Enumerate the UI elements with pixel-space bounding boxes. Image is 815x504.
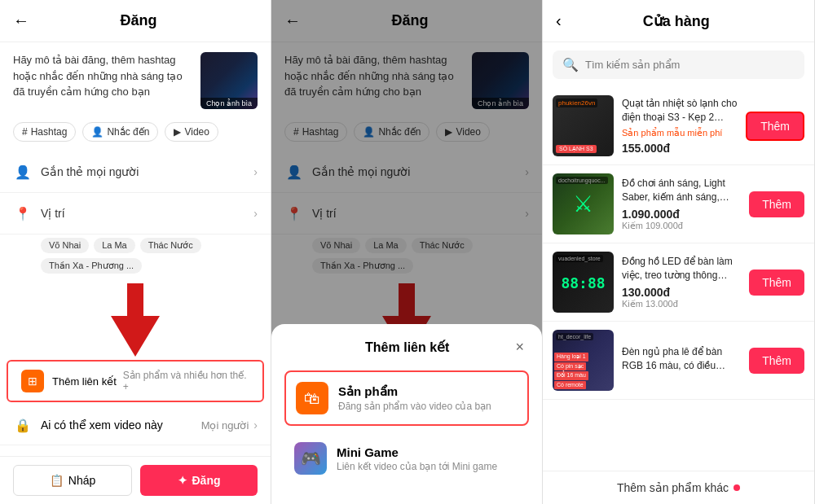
- back-button-1[interactable]: ←: [13, 11, 29, 30]
- svg-marker-0: [111, 283, 160, 357]
- modal-minigame-desc: Liên kết video của bạn tới Mini game: [337, 461, 519, 472]
- product-item-2: dochoitrungquoc... ⚔ Đồ chơi ánh sáng, L…: [543, 165, 814, 243]
- product-info-1: Quạt tản nhiệt sò lạnh cho điện thoại S3…: [622, 97, 738, 155]
- lamp-labels: Hàng loại 1 Có pin sạc Đổi 16 màu Có rem…: [553, 330, 614, 391]
- lamp-label-2: Có pin sạc: [554, 362, 586, 370]
- lamp-label-4: Có remote: [554, 381, 586, 389]
- product-item-1: phukien26vn SÒ LẠNH S3 Quạt tản nhiệt sò…: [543, 87, 814, 165]
- product-save-2: Kiếm 109.000đ: [622, 221, 741, 231]
- spark-icon: ✦: [178, 474, 187, 487]
- shopping-bag-icon: 🛍: [296, 382, 328, 414]
- hashtag-btn[interactable]: # Hashtag: [13, 122, 76, 142]
- product-name-4: Đèn ngủ pha lê để bàn RGB 16 màu, có điề…: [622, 345, 741, 373]
- panel1-header: ← Đăng: [0, 0, 271, 42]
- panel-post-2: ← Đăng Hãy mô tả bài đăng, thêm hashtag …: [271, 0, 543, 504]
- loc-thac-nuoc[interactable]: Thác Nước: [140, 238, 201, 253]
- lock-icon: 🔒: [13, 415, 33, 435]
- chevron-icon: ›: [253, 165, 258, 178]
- modal-title: Thêm liên kết: [304, 340, 510, 355]
- product-name-1: Quạt tản nhiệt sò lạnh cho điện thoại S3…: [622, 97, 738, 125]
- product-info-4: Đèn ngủ pha lê để bàn RGB 16 màu, có điề…: [622, 345, 741, 376]
- privacy-value-1: Mọi người: [201, 419, 249, 432]
- panel3-title: Cửa hàng: [571, 12, 782, 30]
- add-button-2[interactable]: Thêm: [749, 191, 804, 217]
- modal-sheet: Thêm liên kết × 🛍 Sản phẩm Đăng sản phẩm…: [271, 324, 542, 504]
- panel-post-1: ← Đăng Hãy mô tả bài đăng, thêm hashtag …: [0, 0, 271, 504]
- search-input[interactable]: [585, 59, 795, 71]
- modal-product-title: Sản phẩm: [338, 384, 518, 399]
- product-thumb-2: dochoitrungquoc... ⚔: [553, 173, 614, 234]
- privacy-row-1[interactable]: 🔒 Ai có thể xem video này Mọi người ›: [0, 405, 271, 445]
- shop-footer[interactable]: Thêm sản phẩm khác: [543, 471, 814, 504]
- sabre-visual: ⚔: [553, 173, 614, 234]
- product-save-3: Kiếm 13.000đ: [622, 299, 741, 309]
- panel1-body: Hãy mô tả bài đăng, thêm hashtag hoặc nh…: [0, 42, 271, 456]
- search-icon: 🔍: [562, 57, 579, 72]
- product-thumb-4: ht_decor_life Hàng loại 1 Có pin sạc Đổi…: [553, 330, 614, 391]
- panel-shop: ‹ Cửa hàng 🔍 phukien26vn SÒ LẠNH S3 Quạt…: [543, 0, 815, 504]
- down-arrow-1: [103, 283, 168, 357]
- link-icon-1: ⊞: [21, 370, 44, 392]
- mention-btn[interactable]: 👤 Nhắc đến: [82, 122, 158, 142]
- location-icon: 📍: [13, 204, 33, 223]
- cover-thumbnail-1[interactable]: Chọn ảnh bìa: [200, 52, 258, 109]
- loc-vo-nhai[interactable]: Võ Nhai: [41, 238, 89, 253]
- modal-minigame-item[interactable]: 🎮 Mini Game Liên kết video của bạn tới M…: [284, 432, 529, 484]
- modal-product-desc: Đăng sản phẩm vào video của bạn: [338, 401, 518, 412]
- product-badge-1: Sản phẩm mẫu miễn phí: [622, 128, 738, 138]
- product-info-3: Đồng hồ LED để bàn làm việc, treo tường …: [622, 255, 741, 309]
- post-button-1[interactable]: ✦ Đăng: [140, 465, 258, 496]
- clock-display: 88:88: [561, 274, 605, 291]
- product-price-1: 155.000đ: [622, 142, 738, 155]
- link-label-1: Thêm liên kết: [52, 375, 117, 388]
- draft-icon: 📋: [50, 474, 64, 487]
- modal-header: Thêm liên kết ×: [284, 337, 529, 357]
- tag-label: Gắn thẻ mọi người: [41, 165, 249, 178]
- product-name-3: Đồng hồ LED để bàn làm việc, treo tường …: [622, 255, 741, 283]
- location-label: Vị trí: [41, 207, 249, 220]
- shop-footer-text: Thêm sản phẩm khác: [617, 481, 729, 494]
- product-info-2: Đồ chơi ánh sáng, Light Saber, kiếm ánh …: [622, 177, 741, 231]
- loc-la-ma[interactable]: La Ma: [94, 238, 135, 253]
- post-preview-1: Hãy mô tả bài đăng, thêm hashtag hoặc nh…: [0, 42, 271, 119]
- product-label-1: SÒ LẠNH S3: [556, 145, 597, 153]
- add-button-3[interactable]: Thêm: [749, 270, 804, 296]
- location-item[interactable]: 📍 Vị trí ›: [0, 193, 271, 234]
- product-price-3: 130.000đ: [622, 286, 741, 299]
- minigame-icon: 🎮: [294, 442, 327, 475]
- product-item-4: ht_decor_life Hàng loại 1 Có pin sạc Đổi…: [543, 322, 814, 400]
- video-btn[interactable]: ▶ Video: [165, 122, 218, 142]
- lamp-label-3: Đổi 16 màu: [554, 371, 588, 379]
- privacy-label-1: Ai có thể xem video này: [41, 419, 201, 432]
- location-chevron: ›: [253, 207, 258, 220]
- person-icon: 👤: [13, 162, 33, 182]
- product-list: phukien26vn SÒ LẠNH S3 Quạt tản nhiệt sò…: [543, 87, 814, 471]
- loc-than-xa[interactable]: Thần Xa - Phương ...: [41, 258, 142, 274]
- add-button-4[interactable]: Thêm: [749, 348, 804, 374]
- cover-label-1[interactable]: Chọn ảnh bìa: [200, 98, 258, 109]
- modal-overlay[interactable]: Thêm liên kết × 🛍 Sản phẩm Đăng sản phẩm…: [271, 0, 542, 504]
- link-value-1: Sản phẩm và nhiều hơn thế. +: [123, 370, 249, 392]
- product-thumb-1: phukien26vn SÒ LẠNH S3: [553, 95, 614, 156]
- modal-product-text: Sản phẩm Đăng sản phẩm vào video của bạn: [338, 384, 518, 412]
- lamp-label-1: Hàng loại 1: [554, 353, 588, 361]
- add-button-1[interactable]: Thêm: [746, 112, 804, 141]
- tag-people-item[interactable]: 👤 Gắn thẻ mọi người ›: [0, 151, 271, 193]
- product-price-2: 1.090.000đ: [622, 208, 741, 221]
- modal-close-button[interactable]: ×: [510, 337, 529, 357]
- back-button-3[interactable]: ‹: [556, 11, 562, 30]
- store-badge-3: vuadenled_store: [556, 255, 603, 262]
- privacy-chevron: ›: [253, 419, 258, 432]
- panel1-title: Đăng: [39, 12, 238, 29]
- red-dot: [734, 484, 740, 491]
- panel3-header: ‹ Cửa hàng: [543, 0, 814, 42]
- link-row-1[interactable]: ⊞ Thêm liên kết Sản phẩm và nhiều hơn th…: [7, 360, 264, 402]
- draft-button-1[interactable]: 📋 Nháp: [13, 465, 132, 496]
- shop-search-bar[interactable]: 🔍: [553, 50, 804, 79]
- post-text-1[interactable]: Hãy mô tả bài đăng, thêm hashtag hoặc nh…: [13, 52, 192, 100]
- comment-row-1: 💬 Cho phép bình luận: [0, 445, 271, 456]
- modal-product-item[interactable]: 🛍 Sản phẩm Đăng sản phẩm vào video của b…: [284, 370, 529, 426]
- product-name-2: Đồ chơi ánh sáng, Light Saber, kiếm ánh …: [622, 177, 741, 204]
- tag-row-1: # Hashtag 👤 Nhắc đến ▶ Video: [0, 119, 271, 151]
- location-tags-1: Võ Nhai La Ma Thác Nước Thần Xa - Phương…: [0, 234, 271, 280]
